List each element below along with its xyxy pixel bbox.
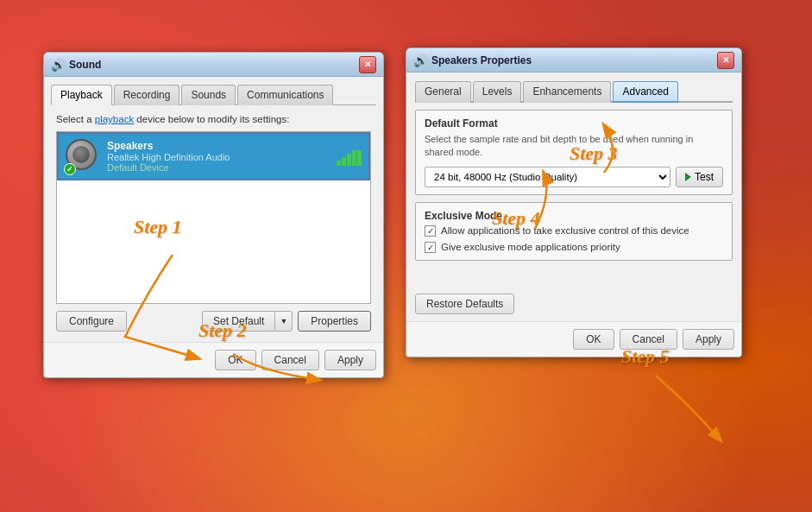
exclusive-cb1-row: ✓ Allow applications to take exclusive c… xyxy=(425,225,723,237)
vol-bar-4 xyxy=(352,150,356,166)
speaker-inner xyxy=(72,146,90,163)
sp-tab-advanced[interactable]: Advanced xyxy=(613,81,677,103)
sound-footer: OK Cancel Apply xyxy=(44,342,383,377)
test-button[interactable]: Test xyxy=(676,167,723,187)
speakers-body: General Levels Enhancements Advanced Def… xyxy=(406,73,741,321)
sound-ok-button[interactable]: OK xyxy=(215,350,255,370)
exclusive-cb1-label: Allow applications to take exclusive con… xyxy=(441,225,689,236)
speakers-titlebar: 🔊 Speakers Properties ✕ xyxy=(406,48,741,73)
sp-tab-general[interactable]: General xyxy=(415,81,471,103)
set-default-arrow[interactable]: ▼ xyxy=(274,311,293,332)
speakers-dialog: 🔊 Speakers Properties ✕ General Levels E… xyxy=(406,47,742,357)
vol-bar-1 xyxy=(337,161,341,166)
sound-dialog: 🔊 Sound ✕ Playback Recording Sounds Comm… xyxy=(43,52,384,378)
exclusive-cb2-label: Give exclusive mode applications priorit… xyxy=(441,242,620,252)
test-label: Test xyxy=(695,171,714,183)
sound-icon: 🔊 xyxy=(51,58,65,72)
default-format-title: Default Format xyxy=(425,117,723,130)
tab-sounds[interactable]: Sounds xyxy=(181,85,236,105)
sound-content: Select a playback device below to modify… xyxy=(51,111,376,335)
device-icon: ✓ xyxy=(66,139,100,174)
default-format-desc: Select the sample rate and bit depth to … xyxy=(425,133,723,160)
speakers-icon: 🔊 xyxy=(413,54,427,67)
sound-bottom-buttons: Configure Set Default ▼ Properties xyxy=(56,311,371,332)
set-default-group: Set Default ▼ xyxy=(202,311,293,332)
restore-area: Restore Defaults xyxy=(415,287,733,314)
tab-playback[interactable]: Playback xyxy=(51,85,112,105)
sound-close-button[interactable]: ✕ xyxy=(359,56,376,73)
sound-title: Sound xyxy=(69,59,101,71)
speakers-ok-button[interactable]: OK xyxy=(573,329,614,350)
sound-body: Playback Recording Sounds Communications… xyxy=(44,77,383,342)
play-icon xyxy=(685,173,691,181)
format-row: 24 bit, 48000 Hz (Studio Quality)16 bit,… xyxy=(425,167,723,187)
properties-button[interactable]: Properties xyxy=(298,311,371,332)
exclusive-mode-title: Exclusive Mode xyxy=(425,210,723,222)
playback-link[interactable]: playback xyxy=(95,114,134,124)
exclusive-cb2[interactable]: ✓ xyxy=(425,242,436,253)
configure-button[interactable]: Configure xyxy=(56,311,127,332)
sp-tab-levels[interactable]: Levels xyxy=(473,81,522,103)
vol-bar-5 xyxy=(357,150,362,166)
speakers-cancel-button[interactable]: Cancel xyxy=(620,329,677,350)
vol-bar-2 xyxy=(342,157,346,166)
vol-bar-3 xyxy=(347,154,351,166)
device-item-speakers[interactable]: ✓ Speakers Realtek High Definition Audio… xyxy=(57,132,370,180)
set-default-button[interactable]: Set Default xyxy=(202,311,274,332)
speakers-title: Speakers Properties xyxy=(431,54,532,66)
sound-description: Select a playback device below to modify… xyxy=(56,114,371,124)
exclusive-cb2-row: ✓ Give exclusive mode applications prior… xyxy=(425,242,723,253)
tab-recording[interactable]: Recording xyxy=(114,85,180,105)
speakers-footer: OK Cancel Apply xyxy=(406,321,741,357)
exclusive-mode-section: Exclusive Mode ✓ Allow applications to t… xyxy=(415,202,733,261)
speakers-apply-button[interactable]: Apply xyxy=(683,329,734,350)
tab-communications[interactable]: Communications xyxy=(237,85,333,105)
device-status: Default Device xyxy=(107,162,330,173)
sound-titlebar: 🔊 Sound ✕ xyxy=(44,53,383,77)
sp-tab-enhancements[interactable]: Enhancements xyxy=(523,81,611,103)
speakers-tab-strip: General Levels Enhancements Advanced xyxy=(415,79,733,103)
device-list: ✓ Speakers Realtek High Definition Audio… xyxy=(56,131,371,304)
device-name: Speakers xyxy=(107,140,330,152)
sound-tab-strip: Playback Recording Sounds Communications xyxy=(51,84,376,105)
format-select[interactable]: 24 bit, 48000 Hz (Studio Quality)16 bit,… xyxy=(425,167,670,187)
sound-cancel-button[interactable]: Cancel xyxy=(261,350,319,370)
speakers-close-button[interactable]: ✕ xyxy=(717,52,734,69)
exclusive-cb1[interactable]: ✓ xyxy=(425,225,436,237)
device-sub: Realtek High Definition Audio xyxy=(107,152,330,162)
default-check: ✓ xyxy=(64,163,76,175)
device-info: Speakers Realtek High Definition Audio D… xyxy=(107,140,330,173)
default-format-section: Default Format Select the sample rate an… xyxy=(415,110,733,195)
sound-apply-button[interactable]: Apply xyxy=(324,350,376,370)
volume-indicator xyxy=(337,147,362,166)
restore-defaults-button[interactable]: Restore Defaults xyxy=(415,294,514,314)
